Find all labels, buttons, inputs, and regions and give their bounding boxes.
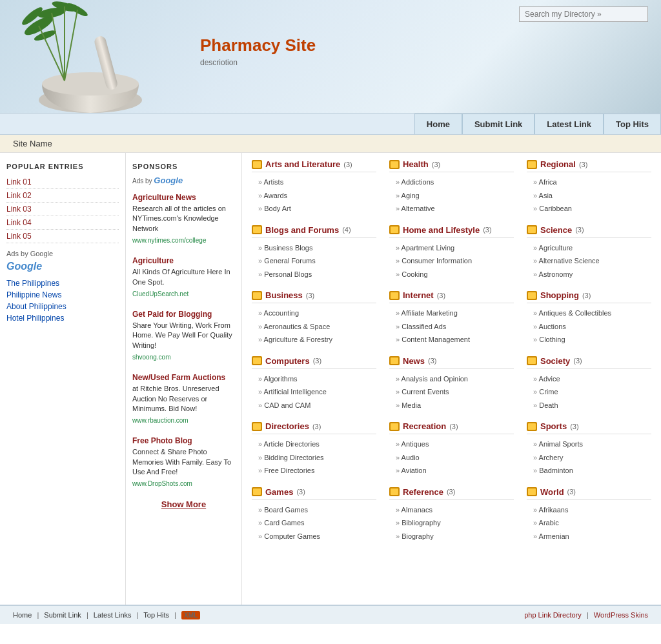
- category-sub-link[interactable]: Accounting: [252, 307, 376, 320]
- geo-link-item[interactable]: The Philippines: [6, 277, 119, 289]
- category-sub-link[interactable]: Armenian: [527, 530, 651, 543]
- category-sub-link[interactable]: Clothing: [527, 333, 651, 347]
- category-sub-link[interactable]: Awards: [252, 189, 376, 203]
- nav-submit-link[interactable]: Submit Link: [462, 114, 534, 134]
- category-sub-link[interactable]: Classified Ads: [389, 320, 514, 334]
- category-sub-link[interactable]: Astronomy: [527, 268, 651, 281]
- category-sub-link[interactable]: Arabic: [527, 516, 651, 530]
- category-title-link[interactable]: Science (3): [527, 225, 651, 238]
- footer-wordpress-skins[interactable]: WordPress Skins: [594, 611, 648, 619]
- footer-latest-links[interactable]: Latest Links: [94, 611, 132, 619]
- category-sub-link[interactable]: Death: [527, 399, 651, 412]
- category-title-link[interactable]: News (3): [389, 356, 514, 369]
- sponsor-title-link[interactable]: Agriculture News: [132, 193, 235, 202]
- category-sub-link[interactable]: Computer Games: [252, 530, 376, 543]
- category-title-link[interactable]: World (3): [527, 487, 651, 500]
- category-sub-link[interactable]: Apartment Living: [389, 241, 514, 255]
- category-sub-link[interactable]: Agriculture: [527, 241, 651, 255]
- category-title-link[interactable]: Business (3): [252, 290, 376, 303]
- category-title-link[interactable]: Internet (3): [389, 290, 514, 303]
- nav-top-hits[interactable]: Top Hits: [604, 114, 661, 134]
- show-more-button[interactable]: Show More: [132, 499, 235, 509]
- category-sub-link[interactable]: Alternative: [389, 202, 514, 216]
- category-sub-link[interactable]: Alternative Science: [527, 254, 651, 268]
- category-count: (3): [428, 357, 436, 365]
- category-sub-link[interactable]: Agriculture & Forestry: [252, 333, 376, 347]
- category-sub-link[interactable]: Almanacs: [389, 503, 514, 517]
- nav-latest-link[interactable]: Latest Link: [534, 114, 604, 134]
- category-sub-link[interactable]: Crime: [527, 385, 651, 399]
- category-sub-link[interactable]: Addictions: [389, 176, 514, 189]
- popular-link-item[interactable]: Link 04: [6, 216, 119, 230]
- footer-top-hits[interactable]: Top Hits: [143, 611, 169, 619]
- geo-link-item[interactable]: About Philippines: [6, 301, 119, 312]
- category-sub-link[interactable]: Aging: [389, 189, 514, 203]
- category-sub-link[interactable]: Body Art: [252, 202, 376, 216]
- footer-home-link[interactable]: Home: [13, 611, 32, 619]
- category-title-link[interactable]: Society (3): [527, 356, 651, 369]
- category-sub-link[interactable]: Affiliate Marketing: [389, 307, 514, 320]
- category-title-link[interactable]: Recreation (3): [389, 421, 514, 434]
- popular-link-item[interactable]: Link 02: [6, 189, 119, 203]
- category-sub-link[interactable]: Media: [389, 399, 514, 412]
- category-sub-link[interactable]: Aviation: [389, 464, 514, 478]
- category-sub-link[interactable]: Aeronautics & Space: [252, 320, 376, 334]
- category-sub-link[interactable]: Consumer Information: [389, 254, 514, 268]
- category-sub-link[interactable]: Animal Sports: [527, 438, 651, 451]
- search-input[interactable]: [519, 6, 648, 22]
- category-sub-link[interactable]: Advice: [527, 372, 651, 386]
- category-title-link[interactable]: Home and Lifestyle (3): [389, 225, 514, 238]
- sponsor-title-link[interactable]: Free Photo Blog: [132, 436, 235, 445]
- category-title-link[interactable]: Computers (3): [252, 356, 376, 369]
- category-sub-link[interactable]: Article Directories: [252, 438, 376, 451]
- category-title-link[interactable]: Regional (3): [527, 159, 651, 172]
- category-title-link[interactable]: Arts and Literature (3): [252, 159, 376, 172]
- category-sub-link[interactable]: Audio: [389, 451, 514, 465]
- category-sub-link[interactable]: Business Blogs: [252, 241, 376, 255]
- sponsor-title-link[interactable]: Get Paid for Blogging: [132, 310, 235, 319]
- category-sub-link[interactable]: Auctions: [527, 320, 651, 334]
- popular-link-item[interactable]: Link 01: [6, 176, 119, 189]
- category-title-link[interactable]: Sports (3): [527, 421, 651, 434]
- category-sub-link[interactable]: Bidding Directories: [252, 451, 376, 465]
- category-title-link[interactable]: Shopping (3): [527, 290, 651, 303]
- category-sub-link[interactable]: Asia: [527, 189, 651, 203]
- category-sub-link[interactable]: Caribbean: [527, 202, 651, 216]
- category-title-link[interactable]: Games (3): [252, 487, 376, 500]
- category-sub-link[interactable]: Personal Blogs: [252, 268, 376, 281]
- category-title-link[interactable]: Health (3): [389, 159, 514, 172]
- category-sub-link[interactable]: Antiques: [389, 438, 514, 451]
- category-sub-link[interactable]: Current Events: [389, 385, 514, 399]
- category-sub-link[interactable]: General Forums: [252, 254, 376, 268]
- popular-link-item[interactable]: Link 05: [6, 230, 119, 243]
- category-sub-link[interactable]: Antiques & Collectibles: [527, 307, 651, 320]
- popular-link-item[interactable]: Link 03: [6, 203, 119, 216]
- footer-php-link-dir[interactable]: php Link Directory: [524, 611, 582, 619]
- category-sub-link[interactable]: Board Games: [252, 503, 376, 517]
- category-sub-link[interactable]: Cooking: [389, 268, 514, 281]
- category-sub-link[interactable]: Free Directories: [252, 464, 376, 478]
- category-sub-link[interactable]: Archery: [527, 451, 651, 465]
- category-sub-link[interactable]: Card Games: [252, 516, 376, 530]
- sponsor-title-link[interactable]: Agriculture: [132, 256, 235, 265]
- sponsor-title-link[interactable]: New/Used Farm Auctions: [132, 373, 235, 382]
- category-sub-link[interactable]: Artificial Intelligence: [252, 385, 376, 399]
- category-sub-link[interactable]: Afrikaans: [527, 503, 651, 517]
- category-sub-link[interactable]: Algorithms: [252, 372, 376, 386]
- category-sub-link[interactable]: Biography: [389, 530, 514, 543]
- category-sub-link[interactable]: Content Management: [389, 333, 514, 347]
- category-sub-link[interactable]: Artists: [252, 176, 376, 189]
- geo-link-item[interactable]: Hotel Philippines: [6, 312, 119, 324]
- category-title-link[interactable]: Directories (3): [252, 421, 376, 434]
- nav-home[interactable]: Home: [414, 114, 462, 134]
- category-sub-link[interactable]: CAD and CAM: [252, 399, 376, 412]
- category-title-link[interactable]: Reference (3): [389, 487, 514, 500]
- geo-link-item[interactable]: Philippine News: [6, 289, 119, 301]
- xml-badge[interactable]: XML: [181, 611, 200, 619]
- category-sub-link[interactable]: Africa: [527, 176, 651, 189]
- footer-submit-link[interactable]: Submit Link: [44, 611, 81, 619]
- category-sub-link[interactable]: Analysis and Opinion: [389, 372, 514, 386]
- category-sub-link[interactable]: Badminton: [527, 464, 651, 478]
- category-sub-link[interactable]: Bibliography: [389, 516, 514, 530]
- category-title-link[interactable]: Blogs and Forums (4): [252, 225, 376, 238]
